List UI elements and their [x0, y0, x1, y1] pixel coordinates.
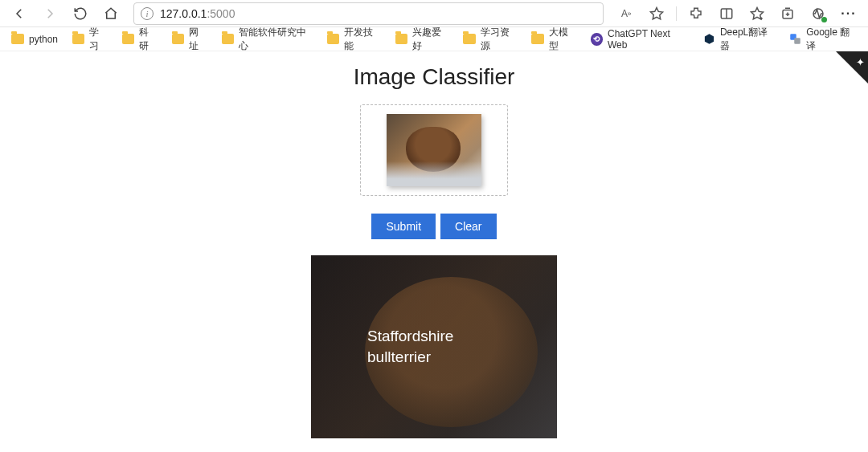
performance-button[interactable]	[805, 1, 831, 26]
bookmark-label: DeepL翻译器	[720, 26, 775, 53]
folder-icon	[122, 34, 134, 44]
result-line-1: Staffordshire	[367, 326, 453, 347]
folder-icon	[327, 34, 339, 44]
bookmark-label: python	[29, 34, 58, 45]
bookmark-label: 兴趣爱好	[412, 26, 449, 53]
back-button[interactable]	[6, 1, 32, 26]
google-translate-icon	[789, 33, 801, 46]
separator	[676, 6, 677, 21]
bookmark-label: Google 翻译	[806, 26, 857, 53]
page-title: Image Classifier	[354, 64, 515, 90]
bookmark-9[interactable]: ⟲ChatGPT Next Web	[584, 25, 695, 54]
url-host: 127.0.0.1:5000	[160, 7, 235, 20]
button-row: Submit Clear	[371, 214, 496, 239]
bookmark-label: 学习	[89, 26, 108, 53]
folder-icon	[72, 34, 84, 44]
result-card: Staffordshire bullterrier	[311, 255, 557, 438]
deepl-icon	[703, 33, 715, 46]
bookmark-0[interactable]: python	[5, 31, 64, 48]
uploaded-image-thumbnail	[387, 114, 481, 186]
submit-button[interactable]: Submit	[371, 214, 436, 239]
folder-icon	[11, 34, 24, 44]
bookmark-label: 学习资源	[481, 26, 518, 53]
bookmark-label: 大模型	[549, 26, 576, 53]
folder-icon	[395, 34, 407, 44]
folder-icon	[531, 34, 543, 44]
result-label: Staffordshire bullterrier	[367, 326, 453, 367]
bookmark-label: 开发技能	[344, 26, 381, 53]
address-bar[interactable]: i 127.0.0.1:5000	[133, 2, 604, 25]
folder-icon	[172, 34, 184, 44]
favorite-button[interactable]	[644, 1, 669, 26]
result-line-2: bullterrier	[367, 347, 453, 368]
bookmarks-bar: python学习科研网址智能软件研究中心开发技能兴趣爱好学习资源大模型⟲Chat…	[0, 27, 868, 51]
clear-button[interactable]: Clear	[440, 214, 496, 239]
bookmark-label: ChatGPT Next Web	[608, 28, 689, 51]
folder-icon	[463, 34, 475, 44]
forward-button[interactable]	[37, 1, 63, 26]
text-size-button[interactable]: A»	[613, 1, 639, 26]
folder-icon	[222, 34, 234, 44]
svg-rect-3	[794, 38, 800, 44]
bookmark-label: 智能软件研究中心	[239, 26, 313, 53]
page-content: Image Classifier Submit Clear Staffordsh…	[0, 51, 868, 438]
image-dropzone[interactable]	[360, 104, 508, 196]
bookmark-label: 网址	[189, 26, 207, 53]
site-info-icon[interactable]: i	[141, 7, 154, 20]
chatgpt-icon: ⟲	[591, 33, 603, 46]
bookmark-label: 科研	[139, 26, 158, 53]
